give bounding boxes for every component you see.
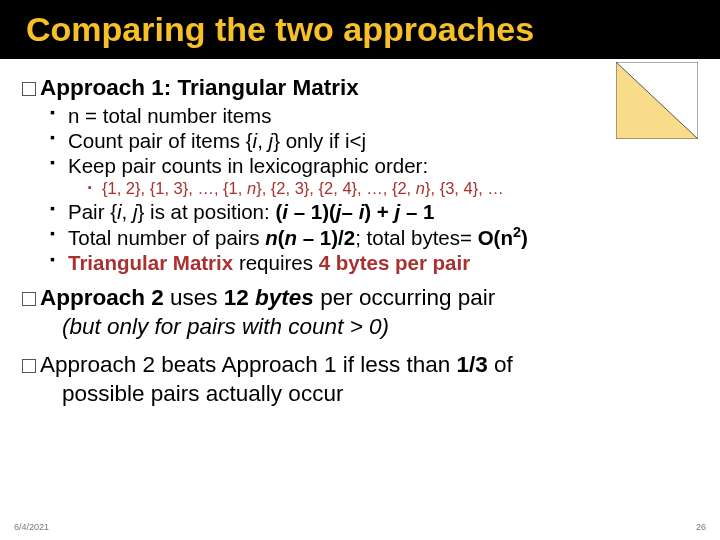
approach2-heading: Approach 2 uses 12 bytes per occurring p…	[22, 285, 694, 311]
slide-title: Comparing the two approaches	[0, 0, 720, 59]
approach2-detail: (but only for pairs with count > 0)	[62, 313, 694, 340]
compare-detail: possible pairs actually occur	[62, 380, 694, 407]
bullet-box-icon	[22, 82, 36, 96]
bullet-box-icon	[22, 359, 36, 373]
list-item: Count pair of items {i, j} only if i<j	[50, 128, 694, 153]
list-item: n = total number items	[50, 103, 694, 128]
list-item: Total number of pairs n(n – 1)/2; total …	[50, 224, 694, 250]
approach1-heading: Approach 1: Triangular Matrix	[22, 75, 694, 101]
slide-body: Approach 1: Triangular Matrix n = total …	[0, 59, 720, 407]
list-item: {1, 2}, {1, 3}, …, {1, n}, {2, 3}, {2, 4…	[88, 178, 694, 199]
list-item: Pair {i, j} is at position: (i – 1)(j– i…	[50, 199, 694, 224]
list-sub: {1, 2}, {1, 3}, …, {1, n}, {2, 3}, {2, 4…	[88, 178, 694, 199]
footer: 6/4/2021 26	[14, 522, 706, 532]
footer-page: 26	[696, 522, 706, 532]
footer-date: 6/4/2021	[14, 522, 49, 532]
list-item: Keep pair counts in lexicographic order:…	[50, 153, 694, 199]
approach1-list: n = total number items Count pair of ite…	[50, 103, 694, 275]
list-item: Triangular Matrix requires 4 bytes per p…	[50, 250, 694, 275]
bullet-box-icon	[22, 292, 36, 306]
compare-heading: Approach 2 beats Approach 1 if less than…	[22, 352, 694, 378]
